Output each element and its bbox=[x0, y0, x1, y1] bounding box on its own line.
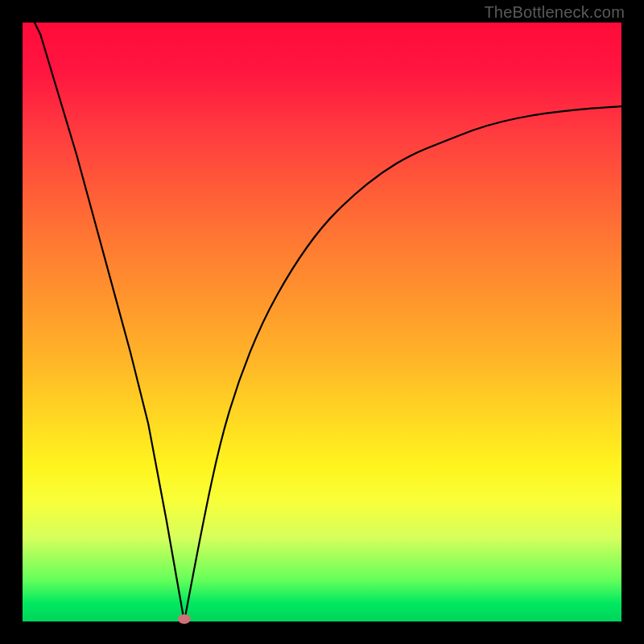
plot-area bbox=[23, 23, 621, 621]
min-marker bbox=[178, 614, 191, 624]
curve-svg bbox=[23, 23, 621, 621]
chart-frame: TheBottleneck.com bbox=[0, 0, 644, 644]
credit-label: TheBottleneck.com bbox=[484, 3, 625, 22]
bottleneck-curve-path bbox=[35, 23, 621, 621]
